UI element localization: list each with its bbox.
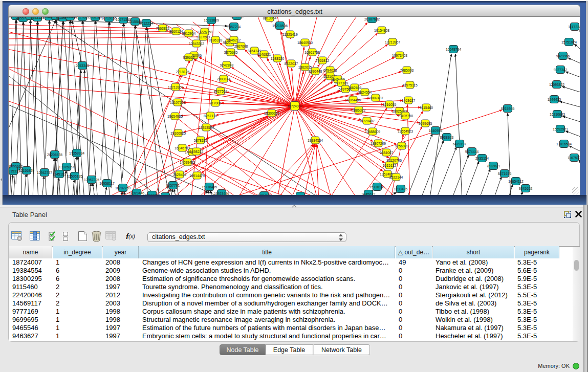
- svg-text:13975857: 13975857: [59, 165, 74, 169]
- svg-text:16107553: 16107553: [170, 101, 185, 104]
- svg-text:16914479: 16914479: [189, 174, 205, 178]
- svg-text:12156829: 12156829: [19, 169, 34, 172]
- svg-text:9474444: 9474444: [465, 150, 479, 154]
- svg-text:16033809: 16033809: [204, 18, 219, 22]
- svg-text:8471676: 8471676: [498, 172, 512, 176]
- svg-text:9546212: 9546212: [227, 38, 241, 42]
- svg-text:14099483: 14099483: [180, 161, 195, 164]
- svg-text:10654112: 10654112: [508, 180, 524, 183]
- svg-text:7632621: 7632621: [487, 164, 500, 168]
- svg-text:9777169: 9777169: [335, 81, 349, 85]
- svg-text:10807487: 10807487: [368, 96, 383, 100]
- svg-text:10932322: 10932322: [144, 193, 160, 195]
- svg-text:11325419: 11325419: [282, 33, 298, 36]
- svg-text:16046783: 16046783: [175, 146, 190, 150]
- svg-text:8454749: 8454749: [248, 49, 262, 53]
- svg-text:16210643: 16210643: [550, 113, 565, 116]
- svg-text:15751074: 15751074: [561, 40, 577, 44]
- svg-text:12353594: 12353594: [199, 126, 214, 129]
- svg-text:3624554: 3624554: [358, 91, 372, 94]
- svg-text:2522144: 2522144: [389, 176, 403, 179]
- svg-text:7485003: 7485003: [400, 69, 414, 72]
- svg-text:9329966: 9329966: [556, 54, 570, 58]
- svg-text:11923446: 11923446: [214, 192, 229, 195]
- svg-text:9242848: 9242848: [220, 63, 234, 67]
- svg-text:8186328: 8186328: [209, 38, 223, 42]
- svg-text:9699695: 9699695: [419, 122, 432, 125]
- svg-text:12505135: 12505135: [67, 174, 82, 178]
- svg-text:1733426: 1733426: [394, 187, 408, 191]
- svg-text:1145193: 1145193: [53, 172, 66, 176]
- svg-text:10688609: 10688609: [365, 130, 380, 134]
- svg-text:7462666: 7462666: [348, 86, 362, 90]
- svg-text:16782759: 16782759: [115, 186, 130, 190]
- svg-text:1615132: 1615132: [383, 164, 397, 167]
- svg-text:9245652: 9245652: [519, 187, 533, 190]
- svg-text:1244415: 1244415: [548, 98, 561, 101]
- svg-text:17957225: 17957225: [84, 178, 99, 182]
- svg-text:12213967: 12213967: [385, 40, 400, 44]
- svg-text:19654923: 19654923: [398, 129, 413, 133]
- svg-text:7625402: 7625402: [173, 173, 187, 177]
- svg-text:1117334: 1117334: [568, 25, 580, 29]
- svg-text:8267110: 8267110: [204, 114, 217, 118]
- svg-text:9756928: 9756928: [395, 144, 409, 148]
- svg-text:12975115: 12975115: [402, 83, 418, 87]
- svg-text:8990448: 8990448: [309, 70, 322, 73]
- svg-text:19218506: 19218506: [272, 24, 288, 28]
- svg-text:10154808: 10154808: [374, 29, 389, 32]
- svg-text:17359934: 17359934: [69, 151, 84, 155]
- svg-text:(x): (x): [128, 233, 135, 239]
- svg-text:2967608: 2967608: [234, 45, 248, 48]
- svg-text:18300295: 18300295: [264, 112, 279, 115]
- svg-text:1943323: 1943323: [230, 17, 244, 18]
- svg-text:6479197: 6479197: [453, 142, 467, 146]
- svg-text:19654935: 19654935: [167, 115, 183, 118]
- svg-text:19166825: 19166825: [170, 132, 186, 135]
- svg-text:20206535: 20206535: [47, 153, 62, 157]
- svg-text:12323446: 12323446: [129, 191, 144, 195]
- svg-text:1167533: 1167533: [568, 156, 580, 160]
- svg-text:8427552: 8427552: [214, 90, 228, 93]
- svg-text:1527602: 1527602: [76, 17, 90, 19]
- svg-text:2053346: 2053346: [76, 64, 90, 68]
- svg-text:9457791: 9457791: [166, 184, 180, 187]
- svg-text:18640910: 18640910: [297, 41, 313, 45]
- svg-text:8215955: 8215955: [501, 107, 515, 111]
- svg-text:1463627: 1463627: [402, 99, 416, 102]
- svg-text:15716485: 15716485: [202, 185, 217, 189]
- svg-text:19384554: 19384554: [308, 139, 323, 142]
- svg-text:15136141: 15136141: [369, 185, 385, 189]
- svg-text:10648784: 10648784: [446, 48, 461, 51]
- svg-text:5878332: 5878332: [194, 139, 208, 142]
- svg-text:1588520: 1588520: [271, 57, 285, 60]
- svg-text:2935114: 2935114: [475, 157, 489, 160]
- svg-text:7512234: 7512234: [140, 21, 154, 25]
- svg-text:9031245: 9031245: [257, 194, 271, 195]
- svg-text:7663822: 7663822: [156, 27, 170, 30]
- svg-text:8938923: 8938923: [440, 136, 454, 139]
- svg-text:1362615: 1362615: [298, 65, 312, 69]
- svg-text:13495758: 13495758: [398, 114, 413, 118]
- svg-text:6966160: 6966160: [89, 17, 102, 19]
- svg-text:10958117: 10958117: [99, 182, 115, 185]
- svg-text:12942737: 12942737: [37, 171, 52, 174]
- svg-text:1640955: 1640955: [429, 129, 443, 133]
- svg-text:2718126: 2718126: [176, 70, 190, 74]
- svg-text:1498222: 1498222: [190, 150, 204, 154]
- svg-text:2803144: 2803144: [217, 77, 231, 81]
- svg-text:9115460: 9115460: [420, 106, 433, 110]
- svg-text:8660124: 8660124: [169, 30, 183, 33]
- svg-text:7857234: 7857234: [227, 25, 241, 29]
- svg-text:20364436: 20364436: [345, 98, 361, 102]
- svg-text:16961758: 16961758: [304, 51, 320, 54]
- svg-text:15692971: 15692971: [553, 127, 568, 131]
- svg-text:9146821: 9146821: [257, 53, 271, 56]
- svg-text:817006: 817006: [210, 101, 222, 105]
- svg-text:8813054: 8813054: [263, 17, 277, 20]
- svg-text:6794028: 6794028: [323, 69, 337, 72]
- svg-text:12213369: 12213369: [168, 85, 183, 89]
- svg-text:18724007: 18724007: [287, 104, 302, 108]
- svg-text:10719155: 10719155: [101, 17, 117, 20]
- svg-text:8322037: 8322037: [285, 62, 298, 65]
